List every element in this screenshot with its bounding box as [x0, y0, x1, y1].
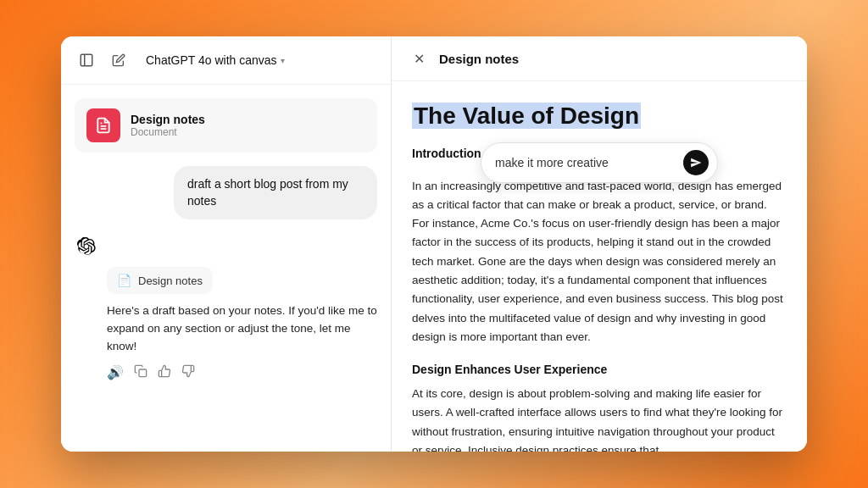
svg-rect-0 [81, 54, 92, 66]
right-content: The Value of Design Introduction In an i… [392, 81, 807, 452]
left-content: Design notes Document draft a short blog… [61, 85, 391, 452]
right-panel-title: Design notes [439, 52, 519, 66]
sidebar-toggle-button[interactable] [75, 48, 98, 72]
assistant-avatar [75, 235, 98, 258]
floating-send-button[interactable] [683, 150, 709, 175]
thumbs-down-icon[interactable] [181, 364, 195, 381]
floating-input-field[interactable] [495, 156, 676, 169]
model-selector[interactable]: ChatGPT 4o with canvas ▾ [139, 50, 292, 70]
doc-title-wrapper: The Value of Design [412, 102, 787, 130]
assistant-message: 📄 Design notes Here's a draft based on y… [75, 233, 377, 381]
assistant-doc-ref: 📄 Design notes [107, 267, 213, 294]
doc-body: Introduction In an increasingly competit… [412, 144, 787, 452]
section-heading-ux: Design Enhances User Experience [412, 360, 787, 380]
intro-paragraph: In an increasingly competitive and fast-… [412, 177, 787, 347]
user-message: draft a short blog post from my notes [75, 166, 377, 219]
left-header: ChatGPT 4o with canvas ▾ [61, 36, 391, 85]
right-header: ✕ Design notes [392, 36, 807, 81]
doc-attachment-card: Design notes Document [75, 98, 377, 152]
edit-button[interactable] [107, 48, 131, 72]
doc-main-heading: The Value of Design [412, 103, 641, 129]
doc-info: Design notes Document [131, 113, 205, 138]
section-ux-paragraph: At its core, design is about problem-sol… [412, 385, 787, 452]
thumbs-up-icon[interactable] [158, 364, 171, 381]
assistant-response-text: Here's a draft based on your notes. If y… [107, 302, 377, 356]
right-panel: ✕ Design notes The Value of Design Intro… [392, 36, 807, 452]
copy-icon[interactable] [134, 364, 147, 381]
left-panel: ChatGPT 4o with canvas ▾ Design note [61, 36, 392, 452]
doc-card-type: Document [131, 126, 205, 138]
close-button[interactable]: ✕ [409, 48, 429, 69]
floating-input-bar [481, 142, 718, 183]
assistant-row [75, 233, 377, 258]
doc-card-title: Design notes [131, 113, 205, 126]
doc-icon [86, 108, 120, 142]
mini-doc-icon: 📄 [117, 274, 131, 287]
chevron-down-icon: ▾ [281, 56, 285, 65]
svg-rect-4 [139, 369, 147, 377]
app-window: ChatGPT 4o with canvas ▾ Design note [61, 36, 807, 452]
speaker-icon[interactable]: 🔊 [107, 364, 124, 380]
assistant-doc-ref-label: Design notes [138, 274, 203, 287]
model-label: ChatGPT 4o with canvas [146, 53, 277, 67]
user-bubble: draft a short blog post from my notes [174, 166, 377, 219]
assistant-action-bar: 🔊 [107, 364, 377, 381]
